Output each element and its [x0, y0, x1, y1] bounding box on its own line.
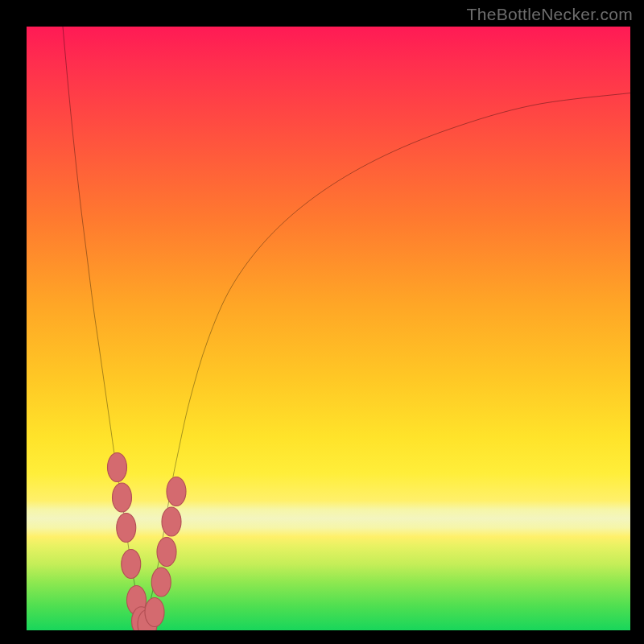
chart-frame: TheBottleNecker.com [0, 0, 644, 644]
data-marker [167, 477, 186, 506]
data-marker [151, 568, 171, 597]
data-marker [157, 538, 176, 567]
curve-layer [27, 27, 630, 630]
data-marker [108, 453, 127, 482]
watermark-text: TheBottleNecker.com [467, 5, 633, 24]
data-marker [113, 483, 132, 512]
data-marker [162, 507, 181, 536]
curve-right-branch [142, 93, 631, 631]
data-marker [145, 598, 164, 627]
plot-area [27, 27, 630, 630]
data-marker [122, 550, 141, 579]
data-marker [117, 514, 136, 543]
